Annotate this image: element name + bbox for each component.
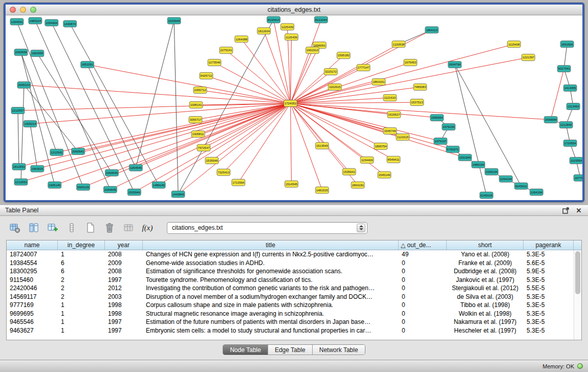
graph-node[interactable]: 1514545 (285, 181, 298, 187)
graph-node[interactable]: 2060541 (72, 148, 85, 155)
table-row[interactable]: 946362711997Embryonic stem cells: a mode… (7, 326, 574, 335)
graph-edge[interactable] (18, 111, 19, 167)
table-row[interactable]: 946554611997Estimation of the future num… (7, 318, 574, 326)
graph-node[interactable]: 1121610 (383, 95, 397, 101)
graph-node[interactable]: 2065103 (17, 82, 31, 89)
graph-edge[interactable] (24, 85, 78, 151)
graph-edge[interactable] (291, 103, 441, 141)
table-row[interactable]: 911546021997Tourette syndrome. Phenomeno… (7, 276, 574, 285)
table-row[interactable]: 969969511998Structural magnetic resonanc… (7, 310, 574, 318)
graph-node[interactable]: 9227341 (557, 65, 571, 72)
column-header-out_de[interactable]: △ out_de... (399, 240, 447, 250)
graph-node[interactable]: 1440874 (63, 20, 77, 27)
table-row[interactable]: 2242004622012Investigating the contribut… (7, 284, 574, 293)
table-selector-dropdown[interactable]: citations_edges.txt (167, 222, 367, 234)
graph-node[interactable]: 1777147 (357, 64, 370, 71)
close-panel-icon[interactable]: ✕ (575, 206, 583, 214)
function-builder-icon[interactable]: f(x) (141, 221, 154, 234)
graph-node[interactable]: 1212845 (559, 121, 573, 128)
graph-edge[interactable] (35, 20, 111, 189)
graph-edge[interactable] (291, 45, 320, 103)
graph-node[interactable]: 1679197 (434, 138, 447, 144)
graph-node[interactable]: 2060545 (105, 169, 118, 176)
graph-edge[interactable] (455, 64, 487, 195)
graph-edge[interactable] (291, 103, 322, 146)
graph-node[interactable]: 1313453 (567, 103, 580, 110)
graph-node[interactable]: 1273546 (208, 59, 221, 66)
graph-node[interactable]: 1812604 (257, 28, 271, 34)
graph-node[interactable]: 2275141 (220, 47, 233, 54)
graph-node[interactable]: 1264088 (235, 36, 248, 42)
graph-node[interactable]: 1595654 (430, 114, 444, 121)
graph-edge[interactable] (551, 69, 564, 120)
graph-node[interactable]: 1677554 (574, 174, 582, 181)
graph-node[interactable]: 3220172 (324, 69, 337, 75)
graph-edge[interactable] (17, 21, 83, 187)
graph-edge[interactable] (242, 39, 291, 103)
graph-node[interactable]: 1975453 (404, 59, 417, 66)
graph-node[interactable]: 7485083 (413, 84, 427, 91)
graph-edge[interactable] (112, 103, 290, 173)
graph-node[interactable]: 1305214 (24, 120, 37, 127)
graph-node[interactable]: 1264591 (10, 18, 24, 25)
show-columns-icon[interactable] (27, 221, 40, 234)
close-button[interactable] (10, 7, 16, 13)
graph-node[interactable]: 1615627 (387, 111, 401, 118)
graph-edge[interactable] (21, 52, 57, 152)
graph-node[interactable]: 1720554 (563, 140, 577, 146)
table-options-icon[interactable] (8, 221, 21, 234)
graph-node[interactable]: 1713594 (232, 179, 245, 186)
graph-node[interactable]: 1595182 (337, 52, 350, 59)
graph-node[interactable]: 1545749 (383, 127, 397, 134)
graph-node[interactable]: 1905811 (191, 130, 205, 137)
zoom-button[interactable] (30, 7, 36, 13)
graph-node[interactable]: 9425712 (200, 73, 213, 79)
graph-node[interactable]: 7325413 (217, 169, 230, 176)
graph-edge[interactable] (291, 103, 453, 149)
table-scrollbar-thumb[interactable] (575, 251, 580, 294)
graph-edge[interactable] (212, 103, 291, 161)
graph-edge[interactable] (214, 62, 291, 103)
graph-node[interactable]: 1664794 (448, 61, 462, 68)
table-row[interactable]: 1456911722003Disruption of a novel membe… (7, 293, 574, 301)
graph-edge[interactable] (70, 24, 159, 185)
graph-node[interactable]: 1961910 (306, 47, 319, 54)
graph-edge[interactable] (291, 103, 385, 175)
graph-edge[interactable] (291, 37, 292, 103)
graph-node[interactable]: 1864181 (351, 182, 364, 188)
graph-node[interactable]: 7972547 (197, 144, 210, 151)
graph-node[interactable]: 1220538 (392, 41, 405, 48)
graph-edge[interactable] (204, 103, 291, 148)
graph-node[interactable]: 1154409 (360, 157, 374, 163)
graph-edge[interactable] (21, 103, 291, 182)
graph-node[interactable]: 1264194 (530, 189, 543, 195)
delete-table-icon[interactable] (103, 221, 116, 234)
graph-node[interactable]: 1652291 (81, 61, 94, 68)
graph-node[interactable]: 9245012 (514, 183, 528, 189)
graph-edge[interactable] (291, 103, 292, 184)
column-header-short[interactable]: short (447, 240, 524, 250)
graph-node[interactable]: 1535941 (342, 168, 356, 175)
graph-node[interactable]: 1221397 (521, 54, 535, 61)
float-panel-icon[interactable] (561, 206, 570, 214)
graph-node[interactable]: 1115408 (507, 41, 520, 48)
column-header-name[interactable]: name (7, 240, 58, 250)
graph-node[interactable]: 1103554 (570, 157, 582, 164)
graph-node[interactable]: 1513545 (315, 142, 329, 149)
graph-node[interactable]: 1599584 (544, 116, 557, 123)
graph-node[interactable]: 1413455 (563, 85, 577, 92)
graph-node[interactable]: 2060559 (14, 49, 28, 56)
graph-node[interactable]: 9245018 (480, 192, 493, 199)
graph-edge[interactable] (57, 103, 291, 152)
column-header-in_degree[interactable]: in_degree (58, 240, 105, 250)
graph-node[interactable]: 1212541 (50, 149, 63, 156)
graph-node[interactable]: 1489104 (29, 17, 42, 24)
graph-node[interactable]: 1225439 (281, 24, 294, 30)
network-canvas[interactable]: 1724052122543918126041264088227514112735… (6, 15, 582, 201)
graph-node[interactable]: 1812553 (12, 163, 26, 170)
graph-edge[interactable] (37, 53, 112, 172)
graph-edge[interactable] (88, 64, 291, 103)
tab-node-table[interactable]: Node Table (223, 345, 268, 355)
graph-node[interactable]: 1591504 (560, 41, 574, 48)
graph-edge[interactable] (224, 103, 291, 172)
